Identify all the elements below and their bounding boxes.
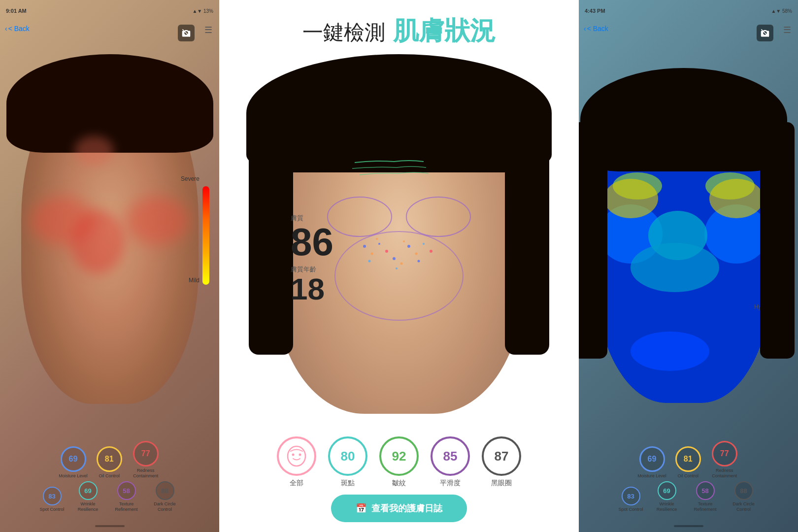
- right-chevron-icon: ‹: [584, 25, 586, 33]
- svg-point-11: [415, 253, 418, 255]
- right-signal: ▲▼ 58%: [771, 8, 792, 14]
- center-wrinkle-value: 92: [392, 449, 406, 464]
- right-metrics-bottom: 69 Moisture Level 81 Oil Control 77 Redn…: [579, 441, 798, 512]
- left-status-right: ▲▼ 13%: [192, 8, 213, 14]
- left-wrinkle-label: Wrinkle Resilience: [73, 501, 103, 512]
- left-oil-label: Oil Control: [99, 473, 120, 479]
- right-darkcircle-label: Dark Circle Control: [729, 501, 759, 512]
- left-camera-toggle[interactable]: [178, 25, 195, 41]
- svg-point-17: [400, 263, 403, 265]
- center-overall-label: 全部: [290, 479, 303, 488]
- left-time: 9:01 AM: [6, 8, 27, 14]
- right-oil-label: Oil Control: [678, 473, 699, 479]
- left-metrics-bottom: 69 Moisture Level 81 Oil Control 77 Redn…: [0, 441, 219, 512]
- right-back-button[interactable]: ‹ < Back: [584, 25, 608, 33]
- left-texture-label: Texture Refinement: [112, 501, 141, 512]
- left-texture-group: 58 Texture Refinement: [112, 481, 141, 512]
- svg-point-1: [328, 197, 392, 236]
- svg-point-12: [423, 243, 425, 245]
- svg-point-7: [385, 250, 388, 253]
- right-redness-label: Redness Containment: [710, 468, 739, 479]
- right-status-right: ▲▼ 58%: [771, 8, 792, 14]
- right-redness-group: 77 Redness Containment: [710, 441, 739, 479]
- left-signal: ▲▼ 13%: [192, 8, 213, 14]
- center-spots-value: 80: [341, 449, 355, 464]
- svg-point-21: [299, 454, 301, 456]
- svg-point-14: [418, 260, 420, 263]
- left-redness-group: 77 Redness Containment: [131, 441, 161, 479]
- center-wrinkle-label: 皺紋: [392, 479, 406, 488]
- right-redness-circle: 77: [712, 441, 737, 466]
- center-wrinkle-item[interactable]: 92 皺紋: [379, 436, 419, 488]
- right-hair-top: [580, 68, 787, 171]
- svg-point-2: [406, 197, 470, 236]
- right-moisture-label: Moisture Level: [637, 473, 666, 479]
- left-metrics-row-bottom: 83 Spot Control 69 Wrinkle Resilience 58…: [39, 481, 179, 512]
- center-darkcircle-value: 87: [495, 449, 509, 464]
- left-face-display: [0, 39, 219, 433]
- right-hair-left: [579, 122, 607, 359]
- right-face-container: [595, 83, 772, 403]
- left-darkcircle-circle: 88: [156, 481, 174, 500]
- center-spots-item[interactable]: 80 斑點: [328, 436, 367, 488]
- center-darkcircle-label: 黑眼圈: [491, 479, 512, 488]
- svg-point-10: [407, 245, 410, 248]
- left-redness-nose: [70, 210, 125, 274]
- left-severity-mild-label: Mild: [189, 277, 200, 284]
- center-overall-item[interactable]: 全部: [277, 436, 316, 488]
- left-redness-label: Redness Containment: [131, 468, 161, 479]
- left-wrinkle-group: 69 Wrinkle Resilience: [73, 481, 103, 512]
- center-darkcircle-item[interactable]: 87 黑眼圈: [482, 436, 521, 488]
- header-tagline-black: 一鍵檢測: [302, 21, 385, 44]
- center-header: 一鍵檢測 肌膚狀況: [219, 14, 579, 48]
- left-spot-group: 83 Spot Control: [39, 487, 64, 512]
- right-oil-group: 81 Oil Control: [675, 446, 701, 479]
- cta-calendar-icon: 📅: [356, 503, 366, 514]
- right-darkcircle-circle: 88: [734, 481, 753, 500]
- right-wrinkle-group: 69 Wrinkle Resilience: [652, 481, 682, 512]
- heat-blob-upper-right: [709, 179, 764, 218]
- svg-point-9: [376, 238, 378, 240]
- right-oil-circle: 81: [675, 446, 701, 472]
- right-wrinkle-label: Wrinkle Resilience: [652, 501, 682, 512]
- svg-point-8: [368, 260, 371, 263]
- left-ios-statusbar: 9:01 AM ▲▼ 13%: [0, 0, 219, 22]
- left-redness-circle: 77: [133, 441, 159, 466]
- right-metrics-row-bottom: 83 Spot Control 69 Wrinkle Resilience 58…: [618, 481, 758, 512]
- left-redness-right: [126, 196, 190, 245]
- right-camera-toggle[interactable]: [757, 25, 773, 41]
- center-wrinkle-circle: 92: [379, 436, 419, 476]
- left-redness-forehead: [74, 136, 114, 166]
- left-wrinkle-circle: 69: [79, 481, 98, 500]
- svg-point-16: [393, 257, 396, 260]
- right-panel: 4:43 PM ▲▼ 58% ‹ < Back ☰: [579, 0, 798, 532]
- left-moisture-label: Moisture Level: [59, 473, 88, 479]
- right-back-label: < Back: [587, 25, 608, 33]
- cta-button[interactable]: 📅 查看我的護膚日誌: [331, 495, 467, 522]
- left-moisture-circle: 69: [61, 446, 86, 472]
- svg-point-6: [378, 243, 380, 245]
- left-texture-circle: 58: [117, 481, 136, 500]
- center-score-display: 膚質 86 膚質年齡 18: [291, 214, 333, 304]
- right-spot-label: Spot Control: [618, 507, 643, 512]
- right-moisture-group: 69 Moisture Level: [637, 446, 666, 479]
- left-menu-button[interactable]: ☰: [204, 25, 212, 35]
- right-texture-circle: 58: [696, 481, 715, 500]
- left-severity-bar: [202, 186, 209, 285]
- center-smooth-label: 平滑度: [440, 479, 461, 488]
- svg-point-20: [292, 454, 295, 456]
- right-texture-group: 58 Texture Refinement: [691, 481, 720, 512]
- center-smooth-circle: 85: [431, 436, 470, 476]
- header-tagline-teal: 肌膚狀況: [393, 16, 496, 45]
- center-smooth-item[interactable]: 85 平滑度: [431, 436, 470, 488]
- right-menu-button[interactable]: ☰: [783, 25, 791, 35]
- left-back-button[interactable]: ‹ < Back: [5, 25, 30, 33]
- right-wrinkle-circle: 69: [658, 481, 676, 500]
- svg-point-15: [403, 240, 405, 242]
- left-back-label: < Back: [8, 25, 30, 33]
- left-spot-label: Spot Control: [39, 507, 64, 512]
- left-oil-circle: 81: [97, 446, 122, 472]
- skin-age-value: 18: [291, 274, 333, 304]
- face-outline-icon: [286, 445, 307, 467]
- svg-point-18: [396, 267, 398, 269]
